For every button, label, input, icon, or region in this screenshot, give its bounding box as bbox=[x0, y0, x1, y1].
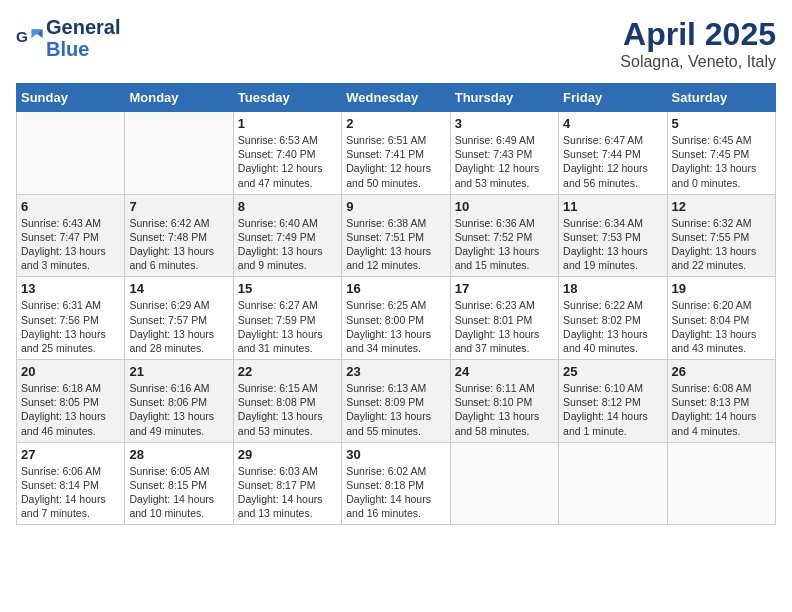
day-number: 9 bbox=[346, 199, 445, 214]
day-number: 20 bbox=[21, 364, 120, 379]
day-number: 24 bbox=[455, 364, 554, 379]
day-number: 3 bbox=[455, 116, 554, 131]
day-info: Sunrise: 6:53 AM Sunset: 7:40 PM Dayligh… bbox=[238, 133, 337, 190]
day-info: Sunrise: 6:32 AM Sunset: 7:55 PM Dayligh… bbox=[672, 216, 771, 273]
page-header: G General Blue April 2025 Solagna, Venet… bbox=[16, 16, 776, 71]
col-header-tuesday: Tuesday bbox=[233, 84, 341, 112]
day-info: Sunrise: 6:02 AM Sunset: 8:18 PM Dayligh… bbox=[346, 464, 445, 521]
day-info: Sunrise: 6:10 AM Sunset: 8:12 PM Dayligh… bbox=[563, 381, 662, 438]
calendar-week-row: 13Sunrise: 6:31 AM Sunset: 7:56 PM Dayli… bbox=[17, 277, 776, 360]
main-title: April 2025 bbox=[620, 16, 776, 53]
calendar-cell: 9Sunrise: 6:38 AM Sunset: 7:51 PM Daylig… bbox=[342, 194, 450, 277]
calendar-cell: 21Sunrise: 6:16 AM Sunset: 8:06 PM Dayli… bbox=[125, 360, 233, 443]
day-info: Sunrise: 6:36 AM Sunset: 7:52 PM Dayligh… bbox=[455, 216, 554, 273]
day-number: 12 bbox=[672, 199, 771, 214]
calendar-cell: 20Sunrise: 6:18 AM Sunset: 8:05 PM Dayli… bbox=[17, 360, 125, 443]
logo: G General Blue bbox=[16, 16, 120, 60]
calendar-cell: 26Sunrise: 6:08 AM Sunset: 8:13 PM Dayli… bbox=[667, 360, 775, 443]
calendar-cell: 28Sunrise: 6:05 AM Sunset: 8:15 PM Dayli… bbox=[125, 442, 233, 525]
title-block: April 2025 Solagna, Veneto, Italy bbox=[620, 16, 776, 71]
calendar-cell: 12Sunrise: 6:32 AM Sunset: 7:55 PM Dayli… bbox=[667, 194, 775, 277]
logo-blue: Blue bbox=[46, 38, 89, 60]
calendar-cell: 19Sunrise: 6:20 AM Sunset: 8:04 PM Dayli… bbox=[667, 277, 775, 360]
calendar-cell: 11Sunrise: 6:34 AM Sunset: 7:53 PM Dayli… bbox=[559, 194, 667, 277]
calendar-week-row: 1Sunrise: 6:53 AM Sunset: 7:40 PM Daylig… bbox=[17, 112, 776, 195]
day-info: Sunrise: 6:31 AM Sunset: 7:56 PM Dayligh… bbox=[21, 298, 120, 355]
calendar-cell: 7Sunrise: 6:42 AM Sunset: 7:48 PM Daylig… bbox=[125, 194, 233, 277]
day-info: Sunrise: 6:43 AM Sunset: 7:47 PM Dayligh… bbox=[21, 216, 120, 273]
logo-icon: G bbox=[16, 24, 44, 52]
calendar-cell: 4Sunrise: 6:47 AM Sunset: 7:44 PM Daylig… bbox=[559, 112, 667, 195]
col-header-saturday: Saturday bbox=[667, 84, 775, 112]
calendar-cell bbox=[667, 442, 775, 525]
day-info: Sunrise: 6:27 AM Sunset: 7:59 PM Dayligh… bbox=[238, 298, 337, 355]
col-header-thursday: Thursday bbox=[450, 84, 558, 112]
calendar-week-row: 6Sunrise: 6:43 AM Sunset: 7:47 PM Daylig… bbox=[17, 194, 776, 277]
calendar-cell bbox=[450, 442, 558, 525]
calendar-cell: 1Sunrise: 6:53 AM Sunset: 7:40 PM Daylig… bbox=[233, 112, 341, 195]
day-number: 15 bbox=[238, 281, 337, 296]
calendar-cell: 8Sunrise: 6:40 AM Sunset: 7:49 PM Daylig… bbox=[233, 194, 341, 277]
calendar-cell bbox=[125, 112, 233, 195]
calendar-cell: 29Sunrise: 6:03 AM Sunset: 8:17 PM Dayli… bbox=[233, 442, 341, 525]
calendar-cell: 25Sunrise: 6:10 AM Sunset: 8:12 PM Dayli… bbox=[559, 360, 667, 443]
calendar-cell: 22Sunrise: 6:15 AM Sunset: 8:08 PM Dayli… bbox=[233, 360, 341, 443]
col-header-monday: Monday bbox=[125, 84, 233, 112]
day-info: Sunrise: 6:40 AM Sunset: 7:49 PM Dayligh… bbox=[238, 216, 337, 273]
day-number: 8 bbox=[238, 199, 337, 214]
day-number: 7 bbox=[129, 199, 228, 214]
col-header-friday: Friday bbox=[559, 84, 667, 112]
day-number: 30 bbox=[346, 447, 445, 462]
calendar-table: SundayMondayTuesdayWednesdayThursdayFrid… bbox=[16, 83, 776, 525]
day-number: 27 bbox=[21, 447, 120, 462]
svg-text:G: G bbox=[16, 28, 28, 45]
calendar-cell: 18Sunrise: 6:22 AM Sunset: 8:02 PM Dayli… bbox=[559, 277, 667, 360]
calendar-header-row: SundayMondayTuesdayWednesdayThursdayFrid… bbox=[17, 84, 776, 112]
calendar-cell: 5Sunrise: 6:45 AM Sunset: 7:45 PM Daylig… bbox=[667, 112, 775, 195]
day-number: 13 bbox=[21, 281, 120, 296]
calendar-cell: 24Sunrise: 6:11 AM Sunset: 8:10 PM Dayli… bbox=[450, 360, 558, 443]
day-info: Sunrise: 6:42 AM Sunset: 7:48 PM Dayligh… bbox=[129, 216, 228, 273]
day-number: 22 bbox=[238, 364, 337, 379]
day-number: 18 bbox=[563, 281, 662, 296]
day-number: 28 bbox=[129, 447, 228, 462]
day-info: Sunrise: 6:51 AM Sunset: 7:41 PM Dayligh… bbox=[346, 133, 445, 190]
calendar-cell: 27Sunrise: 6:06 AM Sunset: 8:14 PM Dayli… bbox=[17, 442, 125, 525]
col-header-sunday: Sunday bbox=[17, 84, 125, 112]
subtitle: Solagna, Veneto, Italy bbox=[620, 53, 776, 71]
day-number: 21 bbox=[129, 364, 228, 379]
day-info: Sunrise: 6:29 AM Sunset: 7:57 PM Dayligh… bbox=[129, 298, 228, 355]
day-info: Sunrise: 6:23 AM Sunset: 8:01 PM Dayligh… bbox=[455, 298, 554, 355]
day-number: 6 bbox=[21, 199, 120, 214]
logo-general: General bbox=[46, 16, 120, 38]
calendar-cell: 2Sunrise: 6:51 AM Sunset: 7:41 PM Daylig… bbox=[342, 112, 450, 195]
calendar-cell: 23Sunrise: 6:13 AM Sunset: 8:09 PM Dayli… bbox=[342, 360, 450, 443]
calendar-cell: 30Sunrise: 6:02 AM Sunset: 8:18 PM Dayli… bbox=[342, 442, 450, 525]
day-info: Sunrise: 6:22 AM Sunset: 8:02 PM Dayligh… bbox=[563, 298, 662, 355]
calendar-cell: 3Sunrise: 6:49 AM Sunset: 7:43 PM Daylig… bbox=[450, 112, 558, 195]
calendar-cell bbox=[17, 112, 125, 195]
day-info: Sunrise: 6:08 AM Sunset: 8:13 PM Dayligh… bbox=[672, 381, 771, 438]
calendar-cell: 16Sunrise: 6:25 AM Sunset: 8:00 PM Dayli… bbox=[342, 277, 450, 360]
day-info: Sunrise: 6:20 AM Sunset: 8:04 PM Dayligh… bbox=[672, 298, 771, 355]
calendar-cell: 17Sunrise: 6:23 AM Sunset: 8:01 PM Dayli… bbox=[450, 277, 558, 360]
calendar-cell: 6Sunrise: 6:43 AM Sunset: 7:47 PM Daylig… bbox=[17, 194, 125, 277]
day-info: Sunrise: 6:49 AM Sunset: 7:43 PM Dayligh… bbox=[455, 133, 554, 190]
day-info: Sunrise: 6:18 AM Sunset: 8:05 PM Dayligh… bbox=[21, 381, 120, 438]
day-number: 14 bbox=[129, 281, 228, 296]
day-info: Sunrise: 6:34 AM Sunset: 7:53 PM Dayligh… bbox=[563, 216, 662, 273]
day-number: 16 bbox=[346, 281, 445, 296]
day-info: Sunrise: 6:47 AM Sunset: 7:44 PM Dayligh… bbox=[563, 133, 662, 190]
day-info: Sunrise: 6:03 AM Sunset: 8:17 PM Dayligh… bbox=[238, 464, 337, 521]
day-number: 29 bbox=[238, 447, 337, 462]
day-number: 10 bbox=[455, 199, 554, 214]
day-number: 1 bbox=[238, 116, 337, 131]
calendar-cell bbox=[559, 442, 667, 525]
calendar-cell: 10Sunrise: 6:36 AM Sunset: 7:52 PM Dayli… bbox=[450, 194, 558, 277]
calendar-cell: 13Sunrise: 6:31 AM Sunset: 7:56 PM Dayli… bbox=[17, 277, 125, 360]
calendar-cell: 14Sunrise: 6:29 AM Sunset: 7:57 PM Dayli… bbox=[125, 277, 233, 360]
day-number: 25 bbox=[563, 364, 662, 379]
day-number: 17 bbox=[455, 281, 554, 296]
day-info: Sunrise: 6:16 AM Sunset: 8:06 PM Dayligh… bbox=[129, 381, 228, 438]
day-info: Sunrise: 6:05 AM Sunset: 8:15 PM Dayligh… bbox=[129, 464, 228, 521]
